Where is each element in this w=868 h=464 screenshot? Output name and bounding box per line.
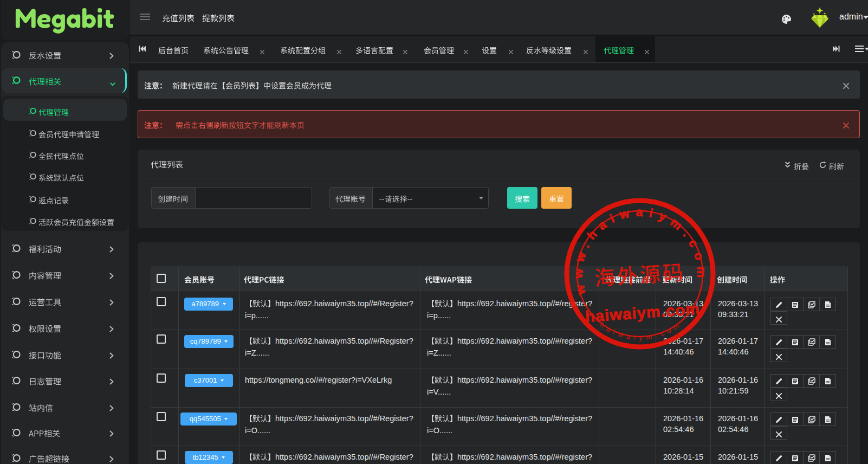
svg-text:haiwaiym.com: haiwaiym.com bbox=[585, 300, 701, 325]
